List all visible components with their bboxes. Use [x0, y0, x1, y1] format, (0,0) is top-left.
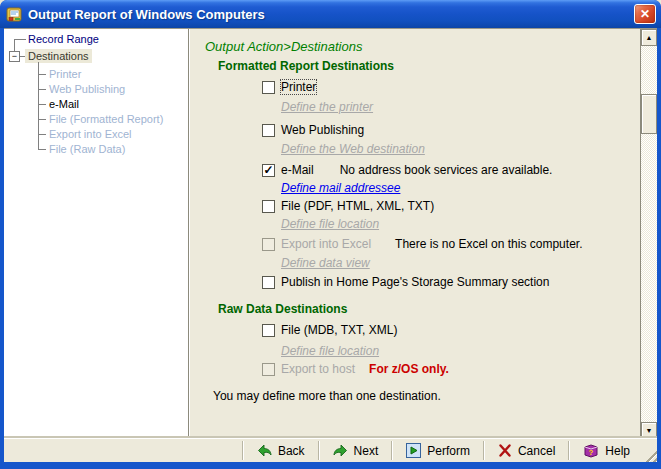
tree-line	[38, 74, 46, 75]
web-publishing-row: Web Publishing	[262, 123, 364, 137]
define-raw-file-location-link: Define file location	[281, 344, 379, 358]
tree-line	[38, 62, 39, 149]
publish-summary-checkbox-label[interactable]: Publish in Home Page's Storage Summary s…	[281, 275, 549, 289]
tree-item-printer[interactable]: Printer	[46, 67, 84, 81]
dialog-window: Output Report of Windows Computers ✕ Rec…	[0, 0, 661, 469]
title-bar[interactable]: Output Report of Windows Computers ✕	[0, 0, 661, 28]
close-button[interactable]: ✕	[634, 4, 656, 24]
tree-item-file-raw[interactable]: File (Raw Data)	[46, 142, 128, 156]
printer-checkbox-label[interactable]: Printer	[281, 80, 316, 94]
cancel-button-label: Cancel	[518, 444, 555, 458]
back-button[interactable]: Back	[244, 439, 318, 462]
publish-summary-row: Publish in Home Page's Storage Summary s…	[262, 275, 549, 289]
perform-button[interactable]: Perform	[393, 439, 483, 462]
tree-line	[38, 119, 46, 120]
cancel-x-icon	[498, 444, 512, 457]
email-checkbox[interactable]: ✓	[262, 164, 275, 177]
panel-splitter[interactable]	[188, 29, 196, 439]
content-panel: Output Action>Destinations Formatted Rep…	[196, 29, 657, 439]
export-host-note: For z/OS only.	[369, 362, 449, 376]
dialog-body: Record Range − Destinations Printer Web …	[4, 28, 657, 438]
vertical-scrollbar[interactable]: ▲ ▼	[640, 29, 657, 439]
tree-item-record-range[interactable]: Record Range	[25, 32, 102, 46]
email-note: No address book services are available.	[340, 163, 553, 177]
publish-summary-checkbox[interactable]	[262, 276, 275, 289]
resize-grip[interactable]	[643, 448, 657, 462]
tree-item-destinations[interactable]: Destinations	[25, 49, 92, 63]
next-button[interactable]: Next	[320, 439, 392, 462]
web-publishing-checkbox[interactable]	[262, 124, 275, 137]
define-mail-addressee-link[interactable]: Define mail addressee	[281, 181, 400, 195]
scroll-down-icon[interactable]: ▼	[641, 422, 657, 439]
export-excel-checkbox-label: Export into Excel	[281, 237, 371, 251]
scrollbar-thumb[interactable]	[641, 94, 657, 134]
tree-line	[38, 134, 46, 135]
app-icon	[6, 6, 23, 23]
raw-destinations-header: Raw Data Destinations	[218, 302, 347, 316]
file-formatted-checkbox-label[interactable]: File (PDF, HTML, XML, TXT)	[281, 199, 434, 213]
file-formatted-checkbox[interactable]	[262, 200, 275, 213]
email-checkbox-label[interactable]: e-Mail	[281, 163, 314, 177]
define-data-view-link: Define data view	[281, 256, 370, 270]
tree-line	[38, 89, 46, 90]
help-book-icon: ?	[583, 443, 599, 458]
define-file-location-link: Define file location	[281, 217, 379, 231]
back-button-label: Back	[278, 444, 305, 458]
tree-item-export-excel[interactable]: Export into Excel	[46, 127, 135, 141]
printer-checkbox[interactable]	[262, 81, 275, 94]
web-publishing-checkbox-label[interactable]: Web Publishing	[281, 123, 364, 137]
next-button-label: Next	[354, 444, 379, 458]
tree-line	[38, 149, 46, 150]
perform-play-icon	[406, 443, 421, 458]
printer-row: Printer	[262, 80, 316, 94]
export-host-checkbox-label: Export to host	[281, 362, 355, 376]
define-web-destination-link: Define the Web destination	[281, 142, 425, 156]
window-bottom-border	[0, 462, 661, 469]
email-row: ✓ e-Mail No address book services are av…	[262, 163, 552, 177]
formatted-destinations-header: Formatted Report Destinations	[218, 59, 394, 73]
file-raw-checkbox[interactable]	[262, 324, 275, 337]
help-question-glyph: ?	[589, 448, 594, 457]
window-title: Output Report of Windows Computers	[28, 7, 265, 22]
button-toolbar: Back Next Perform Cancel	[4, 438, 657, 462]
tree-item-email[interactable]: e-Mail	[46, 97, 82, 111]
file-formatted-row: File (PDF, HTML, XML, TXT)	[262, 199, 434, 213]
export-excel-row: Export into Excel There is no Excel on t…	[262, 237, 582, 251]
export-excel-checkbox	[262, 238, 275, 251]
next-arrow-icon	[333, 444, 348, 457]
footer-hint: You may define more than one destination…	[213, 389, 441, 403]
define-printer-link: Define the printer	[281, 100, 373, 114]
file-raw-checkbox-label[interactable]: File (MDB, TXT, XML)	[281, 323, 397, 337]
back-arrow-icon	[257, 444, 272, 457]
export-excel-note: There is no Excel on this computer.	[395, 237, 582, 251]
scroll-up-icon[interactable]: ▲	[641, 29, 657, 46]
help-button-label: Help	[605, 444, 630, 458]
navigation-tree: Record Range − Destinations Printer Web …	[4, 29, 188, 439]
perform-button-label: Perform	[427, 444, 470, 458]
help-button[interactable]: ? Help	[570, 439, 643, 462]
tree-item-file-formatted[interactable]: File (Formatted Report)	[46, 112, 166, 126]
export-host-checkbox	[262, 363, 275, 376]
collapse-toggle-icon[interactable]: −	[9, 51, 20, 62]
breadcrumb: Output Action>Destinations	[205, 39, 362, 54]
file-raw-row: File (MDB, TXT, XML)	[262, 323, 397, 337]
tree-item-web-publishing[interactable]: Web Publishing	[46, 82, 128, 96]
cancel-button[interactable]: Cancel	[485, 439, 568, 462]
tree-line	[14, 39, 15, 51]
export-host-row: Export to host For z/OS only.	[262, 362, 449, 376]
tree-line	[38, 104, 46, 105]
